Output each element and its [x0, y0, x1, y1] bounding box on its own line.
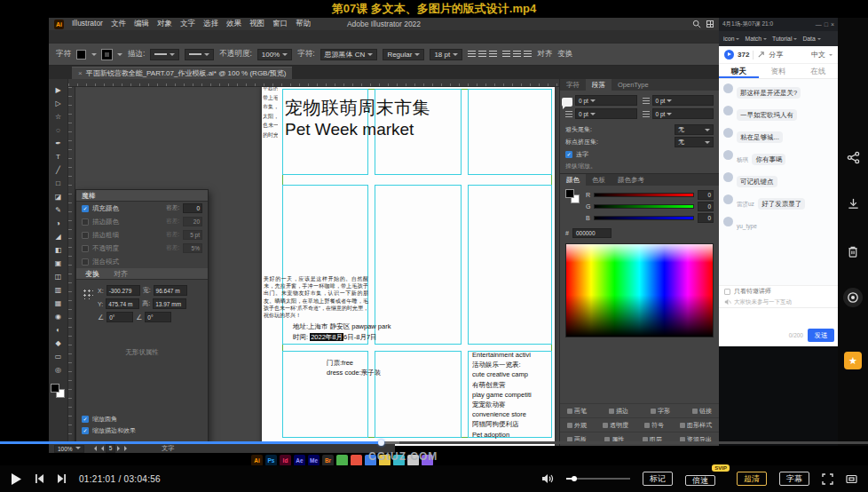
panel-tab[interactable]: 描边 [609, 407, 628, 416]
tab-character[interactable]: 字符 [560, 79, 586, 91]
zoom-tool[interactable]: ◎ [49, 363, 67, 377]
line-segment-tool[interactable]: ╱ [49, 163, 67, 177]
menu-item[interactable]: 文字 [180, 19, 195, 29]
volume-knob[interactable] [572, 476, 577, 481]
panel-tab[interactable]: 符号 [644, 421, 664, 430]
scale-corners-checkbox[interactable] [82, 416, 89, 423]
y-input[interactable]: 475.74 m [106, 298, 139, 309]
tab-chat[interactable]: 聊天 [719, 64, 759, 78]
taskbar-icon[interactable]: Ps [265, 455, 277, 466]
record-icon[interactable] [838, 288, 868, 307]
pencil-tool[interactable]: ✎ [49, 203, 67, 217]
artboard[interactable]: 早起的时候。带上毛孩子出门。市集，认识一下新的朋友。太阳，在草地上野餐。也来一杯… [262, 87, 555, 446]
blend-tool[interactable]: ◐ [49, 323, 67, 337]
tab-transform[interactable]: 变换 [82, 269, 103, 279]
scale-strokes-checkbox[interactable] [82, 427, 89, 434]
taskbar-icon[interactable] [351, 455, 362, 466]
menu-item[interactable]: Match [743, 36, 769, 42]
taskbar-icon[interactable]: Ai [251, 455, 263, 466]
pen-tool[interactable]: ✒ [49, 137, 67, 150]
panel-tab[interactable]: 外观 [567, 421, 587, 430]
align-panel-link[interactable]: 对齐 [537, 49, 552, 60]
magic-wand-panel-header[interactable]: 魔棒 [76, 190, 208, 202]
panel-tab[interactable]: 字形 [651, 407, 670, 416]
color-spectrum[interactable] [565, 243, 714, 337]
menu-item[interactable]: 文件 [111, 19, 126, 29]
prev-artboard-icon[interactable] [99, 446, 104, 451]
checkbox[interactable] [82, 205, 89, 212]
taskbar-icon[interactable]: Br [322, 455, 334, 466]
tab-color-guide[interactable]: 颜色参考 [612, 174, 651, 186]
web-fullscreen-button[interactable] [846, 473, 857, 485]
tab-swatches[interactable]: 色板 [586, 174, 612, 186]
fill-stroke-indicator[interactable] [565, 189, 581, 205]
eyedropper-tool[interactable]: ◉ [49, 310, 67, 323]
symbol-sprayer-tool[interactable]: ◆ [49, 337, 67, 350]
font-size-select[interactable]: 18 pt [430, 49, 462, 60]
menu-item[interactable]: Tutorial [770, 36, 799, 42]
space-before-input[interactable]: 0 pt [575, 108, 637, 119]
free-transform-tool[interactable]: ▣ [49, 257, 67, 270]
font-style-select[interactable]: Regular [383, 49, 424, 60]
type-tool[interactable]: T [49, 150, 67, 163]
maximize-icon[interactable]: □ [825, 21, 828, 28]
panel-tab[interactable]: 透明度 [603, 421, 628, 430]
document-tab[interactable]: × 平面新锐营教全能_PART.07_作业模板.ai* @ 100 % (RGB… [72, 67, 292, 79]
tab-info[interactable]: 资料 [759, 64, 799, 78]
close-tab-icon[interactable]: × [78, 69, 83, 77]
taskbar-icon[interactable]: Id [280, 455, 291, 466]
close-icon[interactable]: × [831, 21, 834, 28]
menu-item[interactable]: 效果 [226, 19, 241, 29]
space-after-input[interactable]: 0 pt [652, 108, 714, 119]
mark-button[interactable]: 标记 [643, 472, 673, 486]
height-input[interactable]: 13.97 mm [153, 298, 186, 309]
rotate-input[interactable]: 0° [107, 312, 133, 322]
rotate-tool[interactable]: ◑ [49, 217, 67, 230]
taskbar-icon[interactable]: Ae [294, 455, 305, 466]
rectangle-tool[interactable]: □ [49, 177, 67, 190]
trash-icon[interactable] [838, 245, 868, 258]
share-icon[interactable] [757, 51, 765, 59]
hex-input[interactable]: 000000 [572, 228, 612, 238]
next-artboard-icon[interactable] [117, 446, 122, 451]
reference-point-locator[interactable] [82, 288, 93, 299]
panel-tab[interactable]: 图形样式 [680, 421, 712, 430]
kinsoku-select[interactable]: 无 [675, 124, 714, 135]
red-value[interactable]: 0 [698, 190, 714, 200]
menu-item[interactable]: icon [722, 36, 741, 42]
tolerance-input[interactable]: 20 [183, 217, 202, 226]
green-value[interactable]: 0 [698, 202, 714, 211]
tab-paragraph[interactable]: 段落 [586, 79, 612, 91]
menu-item[interactable]: 对象 [157, 19, 172, 29]
next-button[interactable] [57, 473, 67, 484]
chevron-down-icon[interactable] [117, 53, 122, 59]
send-button[interactable]: 发送 [808, 329, 834, 342]
width-input[interactable]: 96.647 m [154, 285, 187, 296]
previous-button[interactable] [35, 473, 44, 484]
panel-tab[interactable]: 画笔 [567, 407, 587, 416]
tab-opentype[interactable]: OpenType [612, 79, 655, 91]
opacity-select[interactable]: 100% [257, 49, 292, 60]
last-artboard-icon[interactable] [124, 446, 130, 451]
tolerance-input[interactable]: 0 [183, 203, 202, 213]
artboard-navigation[interactable]: 5 [91, 444, 130, 453]
search-icon[interactable] [692, 20, 701, 28]
menu-item[interactable]: 窗口 [272, 19, 288, 29]
download-icon[interactable] [838, 197, 868, 210]
share-nodes-icon[interactable] [838, 151, 868, 164]
lasso-tool[interactable]: ◌ [49, 123, 67, 137]
checkbox[interactable] [82, 245, 89, 252]
font-family-select[interactable]: 思源黑体 CN [320, 49, 378, 60]
magic-wand-tool[interactable]: ☆ [49, 110, 67, 123]
menu-item[interactable]: 视图 [249, 19, 264, 29]
seek-bar[interactable] [0, 441, 868, 444]
language-select[interactable]: 中文 [811, 50, 825, 60]
align-center-icon[interactable] [478, 51, 486, 59]
workspace-switcher-icon[interactable] [706, 20, 714, 28]
gradient-tool[interactable]: ▥ [49, 283, 67, 297]
transform-panel-link[interactable]: 变换 [557, 49, 572, 60]
checkbox[interactable] [82, 258, 89, 266]
tolerance-input[interactable]: 5 pt [183, 230, 202, 240]
blue-value[interactable]: 0 [698, 213, 714, 223]
fill-swatch[interactable] [51, 384, 59, 393]
